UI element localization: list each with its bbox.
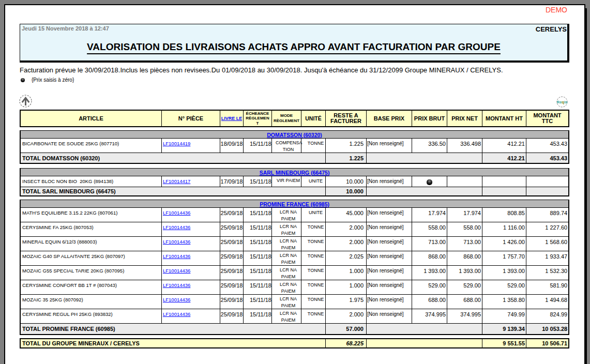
svg-text:Reqis: Reqis — [557, 100, 567, 104]
